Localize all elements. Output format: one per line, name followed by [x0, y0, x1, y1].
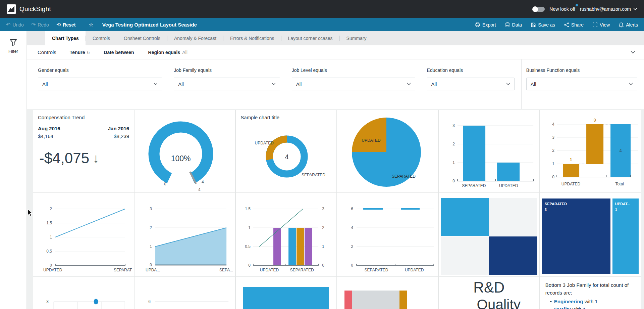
y-tick-right: 1 — [322, 244, 324, 249]
insight-link[interactable]: Quality — [554, 306, 571, 309]
collapse-chevron-icon[interactable] — [631, 51, 635, 54]
tab-layout-corner-cases[interactable]: Layout corner ccases — [281, 31, 339, 45]
word-cloud-word[interactable]: R&D — [439, 279, 539, 296]
share-icon — [564, 22, 569, 28]
favorite-star-button[interactable]: ☆ — [89, 22, 93, 28]
stack-segment-red[interactable] — [344, 291, 352, 309]
visual-segments-chart[interactable]: 6 4 2 0 SEPARATED UPDATED — [337, 193, 438, 276]
bar-separated[interactable] — [463, 126, 485, 181]
visual-area-chart[interactable]: 3 2 1 0 UPDA... SEPA... — [135, 193, 235, 276]
job-level-dropdown[interactable]: All — [292, 78, 415, 90]
visual-gauge[interactable]: 100% 0 4 4 — [135, 110, 235, 192]
waterfall-bar-2[interactable] — [586, 124, 603, 164]
heatmap-cell-blue[interactable] — [441, 198, 489, 236]
waterfall-bar-1[interactable] — [563, 164, 579, 177]
tab-summary[interactable]: Summary — [340, 31, 373, 45]
undo-button[interactable]: ↶Undo — [6, 22, 24, 28]
x-axis — [357, 264, 434, 265]
share-button[interactable]: Share — [564, 22, 584, 28]
quicksight-logo-icon[interactable] — [7, 4, 16, 14]
tab-anomaly-forecast[interactable]: Anomaly & Forecast — [167, 31, 223, 45]
y-tick: 6 — [351, 207, 354, 211]
tab-errors-notifications[interactable]: Errors & Notifications — [223, 31, 281, 45]
area-series[interactable] — [155, 228, 226, 265]
printer-icon — [475, 22, 480, 28]
combo-bar[interactable] — [288, 228, 296, 265]
y-tick: 0 — [249, 263, 251, 268]
visual-waterfall[interactable]: 4 3 2 1 0 1 3 4 UPDATED Total — [540, 110, 641, 192]
insight-link[interactable]: Engineering — [554, 299, 583, 304]
word-cloud-word[interactable]: Quality — [458, 297, 539, 309]
redo-icon: ↷ — [31, 22, 36, 28]
stack-segment-orange[interactable] — [399, 291, 407, 309]
export-button[interactable]: Export — [475, 22, 496, 28]
alerts-button[interactable]: Alerts — [619, 22, 638, 28]
visual-stacked-bar-horizontal[interactable] — [337, 277, 438, 309]
visual-line-chart-partial[interactable]: 6 — [135, 277, 235, 309]
view-button[interactable]: View — [592, 22, 610, 28]
save-as-button[interactable]: Save as — [531, 22, 555, 28]
gauge-min: 0 — [164, 182, 166, 186]
control-date-between[interactable]: Date between — [104, 50, 134, 55]
visual-bar-chart[interactable]: 3 2 1 0 SEPARATED UPDATED — [439, 110, 539, 192]
data-button[interactable]: Data — [505, 22, 522, 28]
star-icon: ☆ — [89, 22, 93, 28]
redo-button[interactable]: ↷Redo — [31, 22, 49, 28]
data-point[interactable] — [94, 299, 98, 305]
visual-kpi-compensation-trend[interactable]: Compensation Trend Aug 2016$4,164 Jan 20… — [33, 110, 134, 192]
filter-label: Job Level equals — [292, 68, 415, 73]
visual-combo-chart[interactable]: 1.5 1 0.5 0 3 2 1 0 UPDATED SEPARATED — [236, 193, 336, 276]
visual-insight[interactable]: Bottom 3 Job Family for total count of r… — [540, 277, 641, 309]
chevron-down-icon — [154, 83, 158, 85]
heatmap-cell-light[interactable] — [489, 198, 537, 236]
tab-chart-types[interactable]: Chart Types — [45, 31, 86, 45]
x-label: Total — [615, 182, 624, 186]
y-tick: 0.5 — [245, 244, 251, 249]
treemap-value: 1 — [615, 207, 636, 213]
controls-bar-title: Controls — [38, 49, 56, 55]
tab-controls[interactable]: Controls — [86, 31, 117, 45]
treemap-label: UPDAT... — [615, 201, 636, 207]
reset-button[interactable]: ⟲Reset — [56, 22, 76, 28]
account-menu[interactable]: rushabhv@amazon.com — [580, 6, 637, 12]
visual-dot-plot[interactable]: 3 — [33, 277, 134, 309]
visual-title: Compensation Trend — [38, 115, 85, 120]
bar-large[interactable] — [243, 287, 329, 309]
education-dropdown[interactable]: All — [427, 78, 515, 90]
visual-bar-partial[interactable] — [236, 277, 336, 309]
combo-bar[interactable] — [297, 228, 304, 265]
heatmap-cell-navy[interactable] — [489, 236, 537, 275]
y-tick: 2 — [150, 225, 152, 230]
visual-donut[interactable]: Sample chart title UPDATED SEPARATED 4 — [236, 110, 336, 192]
heatmap-cell-light[interactable] — [441, 236, 489, 275]
business-function-dropdown[interactable]: All — [526, 78, 637, 90]
control-tenure[interactable]: Tenure6 — [70, 50, 90, 55]
notification-dot — [576, 4, 578, 6]
bar-updated[interactable] — [497, 163, 520, 181]
gender-dropdown[interactable]: All — [38, 78, 162, 90]
treemap-node-separated[interactable]: SEPARATED 3 — [542, 198, 610, 274]
filter-icon[interactable] — [9, 39, 17, 47]
gridlines — [55, 209, 125, 251]
stack-segment-gray[interactable] — [352, 291, 399, 309]
toolbar-divider — [83, 22, 83, 28]
visual-word-cloud[interactable]: R&D Quality — [439, 277, 539, 309]
left-sidebar: Filter — [0, 31, 27, 309]
control-region-equals[interactable]: Region equalsAll — [148, 50, 187, 55]
visual-pie[interactable]: UPDATED SEPARATED — [337, 110, 438, 192]
database-icon — [505, 22, 510, 28]
tab-onsheet-controls[interactable]: Onsheet Controls — [117, 31, 167, 45]
job-family-dropdown[interactable]: All — [174, 78, 280, 90]
new-look-toggle[interactable] — [533, 7, 545, 12]
heatmap-grid — [441, 198, 537, 275]
treemap-node-updated[interactable]: UPDAT... 1 — [612, 198, 639, 274]
y-tick: 1 — [50, 235, 52, 239]
y-tick-right: 3 — [322, 207, 324, 211]
sidebar-item-filter[interactable]: Filter — [8, 49, 18, 54]
bar-value-label: 3 — [593, 118, 596, 123]
filter-job-level: Job Level equals All — [287, 59, 422, 109]
visual-line-chart[interactable]: 2 1.5 1 0.5 0 UPDATED SEPARAT — [33, 193, 134, 276]
combo-bar[interactable] — [305, 228, 312, 265]
visual-treemap[interactable]: SEPARATED 3 UPDAT... 1 — [540, 193, 641, 276]
visual-heatmap[interactable] — [439, 193, 539, 276]
